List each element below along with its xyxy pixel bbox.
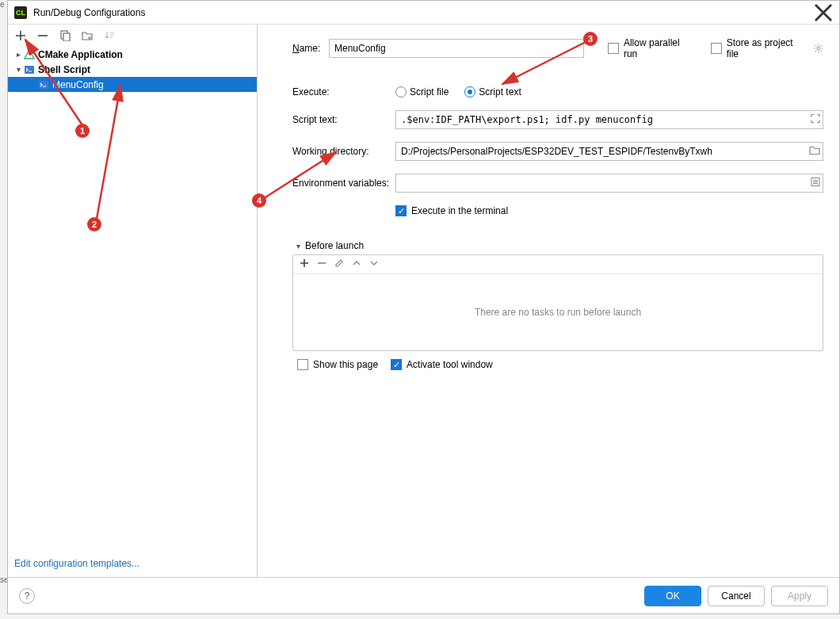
execute-terminal-label: Execute in the terminal	[411, 205, 508, 216]
name-row: Name: Allow parallel run Store as projec…	[292, 37, 823, 59]
sort-icon	[104, 30, 115, 41]
help-button[interactable]: ?	[19, 588, 35, 604]
main-area: ▸ CMake Application ▾ Shell Script	[8, 25, 839, 577]
button-bar: ? OK Cancel Apply	[8, 577, 839, 613]
task-up-button[interactable]	[352, 258, 361, 270]
show-page-checkbox[interactable]: Show this page	[297, 359, 378, 370]
svg-point-5	[816, 47, 819, 50]
ok-button[interactable]: OK	[644, 586, 701, 606]
name-label: Name:	[292, 43, 318, 54]
edit-templates-row: Edit configuration templates...	[8, 555, 257, 572]
before-launch-header[interactable]: ▾ Before launch	[292, 235, 823, 254]
envvars-row: Environment variables:	[292, 174, 823, 193]
envvars-label: Environment variables:	[292, 178, 395, 189]
titlebar: CL Run/Debug Configurations	[8, 1, 839, 25]
allow-parallel-label: Allow parallel run	[624, 37, 693, 59]
apply-button[interactable]: Apply	[771, 586, 828, 606]
config-tree[interactable]: ▸ CMake Application ▾ Shell Script	[8, 47, 257, 555]
store-project-file-label: Store as project file	[727, 37, 805, 59]
svg-rect-4	[39, 81, 48, 89]
close-icon	[814, 3, 833, 22]
tree-label: MenuConfig	[52, 79, 104, 90]
checkbox-icon: ✓	[395, 205, 407, 216]
edit-templates-link[interactable]: Edit configuration templates...	[14, 558, 139, 569]
store-project-file-checkbox[interactable]: Store as project file	[711, 37, 823, 59]
remove-config-button[interactable]	[35, 28, 51, 44]
before-launch-tasks: There are no tasks to run before launch	[292, 254, 823, 351]
cancel-button[interactable]: Cancel	[708, 586, 765, 606]
tree-item-cmake[interactable]: ▸ CMake Application	[8, 47, 257, 62]
script-text-label: Script text:	[292, 114, 395, 125]
bottom-options: Show this page ✓ Activate tool window	[292, 359, 823, 370]
tree-item-menuconfig[interactable]: MenuConfig	[8, 77, 257, 92]
before-launch-label: Before launch	[305, 240, 364, 251]
checkbox-icon	[608, 43, 619, 54]
radio-label: Script file	[410, 86, 449, 97]
shell-icon	[24, 64, 35, 75]
execute-label: Execute:	[292, 86, 395, 97]
envvars-input[interactable]	[395, 174, 823, 193]
task-add-button[interactable]	[300, 258, 309, 270]
activate-tool-checkbox[interactable]: ✓ Activate tool window	[391, 359, 493, 370]
background-fragment: ese	[0, 0, 7, 619]
exec-terminal-row: ✓ Execute in the terminal	[292, 205, 823, 216]
name-input[interactable]	[329, 39, 584, 58]
chevron-down-icon: ▾	[13, 65, 24, 74]
gear-icon[interactable]	[813, 43, 823, 54]
activate-tool-label: Activate tool window	[407, 359, 493, 370]
svg-marker-2	[25, 50, 34, 59]
tree-item-shell[interactable]: ▾ Shell Script	[8, 62, 257, 77]
checkbox-icon	[297, 359, 308, 370]
radio-label: Script text	[479, 86, 521, 97]
script-text-row: Script text:	[292, 110, 823, 129]
cmake-icon	[24, 49, 35, 60]
svg-rect-3	[25, 66, 34, 74]
task-remove-button[interactable]	[317, 258, 326, 270]
execute-script-file-radio[interactable]: Script file	[395, 86, 449, 97]
dialog-title: Run/Debug Configurations	[33, 7, 814, 18]
triangle-down-icon: ▾	[292, 242, 304, 250]
show-page-label: Show this page	[313, 359, 378, 370]
workdir-row: Working directory:	[292, 142, 823, 161]
left-panel: ▸ CMake Application ▾ Shell Script	[8, 25, 258, 577]
workdir-label: Working directory:	[292, 146, 395, 157]
svg-rect-1	[63, 33, 70, 41]
tasks-empty-text: There are no tasks to run before launch	[293, 274, 823, 350]
plus-icon	[15, 30, 26, 41]
list-icon[interactable]	[811, 178, 820, 189]
tree-label: CMake Application	[38, 49, 123, 60]
radio-icon	[395, 86, 407, 97]
sort-config-button[interactable]	[101, 28, 117, 44]
expand-icon[interactable]	[811, 114, 820, 126]
folder-icon	[82, 30, 93, 41]
save-config-button[interactable]	[79, 28, 95, 44]
radio-icon	[464, 86, 475, 97]
workdir-input[interactable]	[395, 142, 823, 161]
script-text-input[interactable]	[395, 110, 823, 129]
tasks-toolbar	[293, 255, 823, 274]
chevron-right-icon: ▸	[13, 50, 24, 59]
tree-label: Shell Script	[38, 64, 90, 75]
execute-row: Execute: Script file Script text	[292, 86, 823, 97]
checkbox-icon: ✓	[391, 359, 402, 370]
app-icon: CL	[14, 6, 27, 19]
add-config-button[interactable]	[13, 28, 29, 44]
checkbox-icon	[711, 43, 722, 54]
copy-config-button[interactable]	[57, 28, 73, 44]
allow-parallel-checkbox[interactable]: Allow parallel run	[608, 37, 693, 59]
close-button[interactable]	[814, 3, 833, 22]
minus-icon	[37, 30, 48, 41]
task-edit-button[interactable]	[334, 258, 344, 270]
browse-folder-icon[interactable]	[809, 146, 820, 158]
shell-icon	[38, 79, 49, 90]
execute-terminal-checkbox[interactable]: ✓ Execute in the terminal	[395, 205, 508, 216]
copy-icon	[59, 30, 71, 41]
left-toolbar	[8, 25, 257, 47]
run-debug-dialog: CL Run/Debug Configurations	[7, 0, 840, 614]
right-panel: Name: Allow parallel run Store as projec…	[258, 25, 839, 577]
execute-script-text-radio[interactable]: Script text	[464, 86, 521, 97]
task-down-button[interactable]	[369, 258, 379, 270]
